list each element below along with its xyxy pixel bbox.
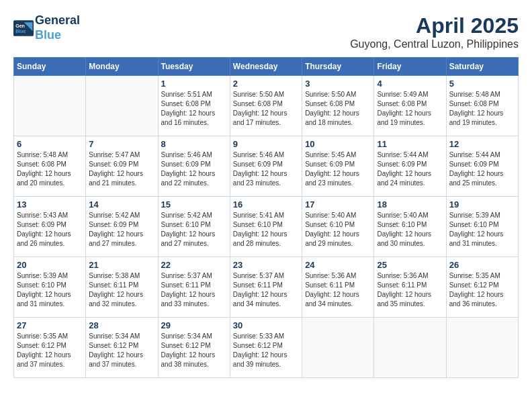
calendar-cell xyxy=(302,318,374,378)
calendar-cell: 24Sunrise: 5:36 AMSunset: 6:11 PMDayligh… xyxy=(302,257,374,318)
day-info: Sunrise: 5:34 AMSunset: 6:12 PMDaylight:… xyxy=(89,332,154,369)
day-number: 3 xyxy=(305,79,371,89)
calendar-cell: 13Sunrise: 5:43 AMSunset: 6:09 PMDayligh… xyxy=(14,197,86,257)
calendar-day-header: Saturday xyxy=(446,58,518,76)
day-number: 22 xyxy=(161,260,227,270)
day-number: 25 xyxy=(377,260,443,270)
day-info: Sunrise: 5:33 AMSunset: 6:12 PMDaylight:… xyxy=(233,332,299,369)
calendar-day-header: Sunday xyxy=(14,58,86,76)
day-number: 7 xyxy=(89,139,154,149)
month-title: April 2025 xyxy=(350,13,519,38)
day-number: 19 xyxy=(449,199,515,210)
calendar-week-row: 20Sunrise: 5:39 AMSunset: 6:10 PMDayligh… xyxy=(14,257,519,318)
day-info: Sunrise: 5:44 AMSunset: 6:09 PMDaylight:… xyxy=(377,150,443,188)
calendar-cell: 20Sunrise: 5:39 AMSunset: 6:10 PMDayligh… xyxy=(14,257,86,318)
calendar-cell: 4Sunrise: 5:49 AMSunset: 6:08 PMDaylight… xyxy=(374,76,446,136)
day-info: Sunrise: 5:39 AMSunset: 6:10 PMDaylight:… xyxy=(449,211,515,248)
day-number: 12 xyxy=(449,139,515,149)
calendar-day-header: Monday xyxy=(86,58,158,76)
day-number: 30 xyxy=(233,320,299,330)
day-number: 18 xyxy=(377,199,443,210)
calendar-day-header: Tuesday xyxy=(158,58,230,76)
calendar-cell: 30Sunrise: 5:33 AMSunset: 6:12 PMDayligh… xyxy=(230,318,302,378)
day-info: Sunrise: 5:43 AMSunset: 6:09 PMDaylight:… xyxy=(17,211,83,248)
day-number: 15 xyxy=(161,199,227,210)
day-info: Sunrise: 5:44 AMSunset: 6:09 PMDaylight:… xyxy=(449,150,515,188)
day-info: Sunrise: 5:36 AMSunset: 6:11 PMDaylight:… xyxy=(305,271,371,309)
day-info: Sunrise: 5:36 AMSunset: 6:11 PMDaylight:… xyxy=(377,271,443,309)
day-number: 20 xyxy=(17,260,83,270)
calendar-week-row: 13Sunrise: 5:43 AMSunset: 6:09 PMDayligh… xyxy=(14,197,519,257)
day-info: Sunrise: 5:40 AMSunset: 6:10 PMDaylight:… xyxy=(377,211,443,248)
calendar-cell: 15Sunrise: 5:42 AMSunset: 6:10 PMDayligh… xyxy=(158,197,230,257)
day-info: Sunrise: 5:42 AMSunset: 6:10 PMDaylight:… xyxy=(161,211,227,248)
calendar-cell: 26Sunrise: 5:35 AMSunset: 6:12 PMDayligh… xyxy=(446,257,518,318)
page-header: Gen Blue General Blue April 2025 Guyong,… xyxy=(13,13,519,50)
calendar-table: SundayMondayTuesdayWednesdayThursdayFrid… xyxy=(13,57,519,378)
calendar-header-row: SundayMondayTuesdayWednesdayThursdayFrid… xyxy=(14,58,519,76)
calendar-cell: 2Sunrise: 5:50 AMSunset: 6:08 PMDaylight… xyxy=(230,76,302,136)
day-number: 28 xyxy=(89,320,154,330)
day-info: Sunrise: 5:48 AMSunset: 6:08 PMDaylight:… xyxy=(17,150,83,188)
day-number: 29 xyxy=(161,320,227,330)
day-info: Sunrise: 5:40 AMSunset: 6:10 PMDaylight:… xyxy=(305,211,371,248)
day-info: Sunrise: 5:49 AMSunset: 6:08 PMDaylight:… xyxy=(377,90,443,128)
day-number: 2 xyxy=(233,79,299,89)
day-info: Sunrise: 5:51 AMSunset: 6:08 PMDaylight:… xyxy=(161,90,227,128)
logo: Gen Blue General Blue xyxy=(13,13,80,42)
subtitle: Guyong, Central Luzon, Philippines xyxy=(350,38,519,50)
day-info: Sunrise: 5:50 AMSunset: 6:08 PMDaylight:… xyxy=(305,90,371,128)
logo-line2: Blue xyxy=(35,28,80,43)
logo-line1: General xyxy=(35,13,80,28)
calendar-week-row: 1Sunrise: 5:51 AMSunset: 6:08 PMDaylight… xyxy=(14,76,519,136)
day-number: 6 xyxy=(17,139,83,149)
day-number: 9 xyxy=(233,139,299,149)
day-number: 16 xyxy=(233,199,299,210)
calendar-cell: 1Sunrise: 5:51 AMSunset: 6:08 PMDaylight… xyxy=(158,76,230,136)
calendar-cell xyxy=(86,76,158,136)
day-info: Sunrise: 5:37 AMSunset: 6:11 PMDaylight:… xyxy=(161,271,227,309)
day-number: 10 xyxy=(305,139,371,149)
day-info: Sunrise: 5:50 AMSunset: 6:08 PMDaylight:… xyxy=(233,90,299,128)
calendar-body: 1Sunrise: 5:51 AMSunset: 6:08 PMDaylight… xyxy=(14,76,519,378)
day-info: Sunrise: 5:35 AMSunset: 6:12 PMDaylight:… xyxy=(449,271,515,309)
day-number: 23 xyxy=(233,260,299,270)
calendar-cell: 23Sunrise: 5:37 AMSunset: 6:11 PMDayligh… xyxy=(230,257,302,318)
title-block: April 2025 Guyong, Central Luzon, Philip… xyxy=(350,13,519,50)
calendar-cell: 10Sunrise: 5:45 AMSunset: 6:09 PMDayligh… xyxy=(302,136,374,197)
calendar-cell: 19Sunrise: 5:39 AMSunset: 6:10 PMDayligh… xyxy=(446,197,518,257)
calendar-day-header: Friday xyxy=(374,58,446,76)
day-info: Sunrise: 5:46 AMSunset: 6:09 PMDaylight:… xyxy=(233,150,299,188)
calendar-cell: 14Sunrise: 5:42 AMSunset: 6:09 PMDayligh… xyxy=(86,197,158,257)
calendar-cell: 28Sunrise: 5:34 AMSunset: 6:12 PMDayligh… xyxy=(86,318,158,378)
calendar-cell: 11Sunrise: 5:44 AMSunset: 6:09 PMDayligh… xyxy=(374,136,446,197)
day-info: Sunrise: 5:37 AMSunset: 6:11 PMDaylight:… xyxy=(233,271,299,309)
svg-text:Blue: Blue xyxy=(15,29,26,34)
day-number: 1 xyxy=(161,79,227,89)
calendar-cell: 27Sunrise: 5:35 AMSunset: 6:12 PMDayligh… xyxy=(14,318,86,378)
day-number: 26 xyxy=(449,260,515,270)
calendar-cell: 12Sunrise: 5:44 AMSunset: 6:09 PMDayligh… xyxy=(446,136,518,197)
day-info: Sunrise: 5:38 AMSunset: 6:11 PMDaylight:… xyxy=(89,271,154,309)
calendar-cell xyxy=(14,76,86,136)
day-number: 5 xyxy=(449,79,515,89)
day-number: 21 xyxy=(89,260,154,270)
day-number: 14 xyxy=(89,199,154,210)
calendar-cell: 16Sunrise: 5:41 AMSunset: 6:10 PMDayligh… xyxy=(230,197,302,257)
day-info: Sunrise: 5:41 AMSunset: 6:10 PMDaylight:… xyxy=(233,211,299,248)
calendar-week-row: 27Sunrise: 5:35 AMSunset: 6:12 PMDayligh… xyxy=(14,318,519,378)
day-info: Sunrise: 5:35 AMSunset: 6:12 PMDaylight:… xyxy=(17,332,83,369)
calendar-cell: 3Sunrise: 5:50 AMSunset: 6:08 PMDaylight… xyxy=(302,76,374,136)
day-info: Sunrise: 5:39 AMSunset: 6:10 PMDaylight:… xyxy=(17,271,83,309)
calendar-cell: 6Sunrise: 5:48 AMSunset: 6:08 PMDaylight… xyxy=(14,136,86,197)
day-number: 13 xyxy=(17,199,83,210)
calendar-cell xyxy=(374,318,446,378)
calendar-day-header: Wednesday xyxy=(230,58,302,76)
calendar-cell: 25Sunrise: 5:36 AMSunset: 6:11 PMDayligh… xyxy=(374,257,446,318)
day-info: Sunrise: 5:46 AMSunset: 6:09 PMDaylight:… xyxy=(161,150,227,188)
calendar-cell: 29Sunrise: 5:34 AMSunset: 6:12 PMDayligh… xyxy=(158,318,230,378)
logo-icon: Gen Blue xyxy=(13,20,34,36)
calendar-day-header: Thursday xyxy=(302,58,374,76)
day-number: 4 xyxy=(377,79,443,89)
calendar-cell: 17Sunrise: 5:40 AMSunset: 6:10 PMDayligh… xyxy=(302,197,374,257)
